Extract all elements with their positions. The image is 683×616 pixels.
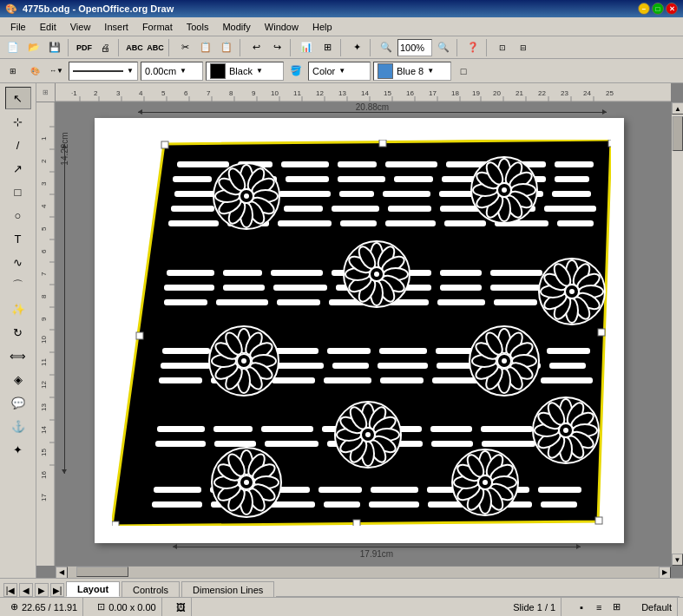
point-tool[interactable]: ⊹ xyxy=(5,110,31,133)
area-fill-dropdown[interactable]: Color ▼ xyxy=(308,62,371,81)
scroll-right-button[interactable]: ▶ xyxy=(659,567,671,579)
tab-last-button[interactable]: ▶| xyxy=(50,583,64,597)
menu-tools[interactable]: Tools xyxy=(180,20,216,34)
table-button[interactable]: ⊞ xyxy=(318,38,337,57)
svg-rect-93 xyxy=(173,176,212,182)
chart-button[interactable]: 📊 xyxy=(297,38,316,57)
zoom-in-button[interactable]: 🔍 xyxy=(434,38,453,57)
status-bar: ⊕ 22.65 / 11.91 ⊡ 0.00 x 0.00 🖼 Slide 1 … xyxy=(0,597,683,616)
menu-file[interactable]: File xyxy=(3,20,33,34)
svg-rect-95 xyxy=(286,176,329,182)
menu-modify[interactable]: Modify xyxy=(215,20,257,34)
close-button[interactable]: ✕ xyxy=(666,3,678,15)
rect-tool[interactable]: □ xyxy=(5,180,31,203)
tab-prev-button[interactable]: ◀ xyxy=(19,583,33,597)
h-scroll-track[interactable] xyxy=(68,567,659,578)
tab-first-button[interactable]: |◀ xyxy=(3,583,17,597)
undo-button[interactable]: ↩ xyxy=(246,38,266,57)
svg-text:·1: ·1 xyxy=(71,89,77,97)
svg-point-341 xyxy=(244,480,249,485)
menu-edit[interactable]: Edit xyxy=(33,20,63,34)
minimize-button[interactable]: − xyxy=(638,3,650,15)
area-color-dropdown[interactable]: Blue 8 ▼ xyxy=(373,62,451,81)
scroll-down-button[interactable]: ▼ xyxy=(672,554,683,566)
svg-rect-156 xyxy=(547,348,590,354)
zoom-page-button[interactable]: ⊡ xyxy=(493,38,512,57)
svg-text:7: 7 xyxy=(207,89,211,97)
svg-rect-178 xyxy=(430,426,472,432)
menu-view[interactable]: View xyxy=(63,20,98,34)
callout-tool[interactable]: 💬 xyxy=(5,391,31,414)
scroll-left-button[interactable]: ◀ xyxy=(56,567,68,579)
line-style-dropdown[interactable]: ▼ xyxy=(69,62,138,81)
spellcheck-button[interactable]: ABC xyxy=(125,38,144,57)
svg-rect-108 xyxy=(552,191,591,197)
scroll-track[interactable] xyxy=(672,116,683,151)
height-label: 14.22cm xyxy=(60,132,69,165)
paste-button[interactable]: 📋 xyxy=(217,38,236,57)
effects-tool[interactable]: ✨ xyxy=(5,298,31,320)
zoom-page2-button[interactable]: ⊟ xyxy=(514,38,533,57)
tab-layout[interactable]: Layout xyxy=(66,581,120,597)
arrow-tool[interactable]: ↗ xyxy=(5,157,31,180)
new-button[interactable]: 📄 xyxy=(3,38,23,57)
menu-help[interactable]: Help xyxy=(305,20,339,34)
tab-controls[interactable]: Controls xyxy=(121,581,180,597)
redo-button[interactable]: ↪ xyxy=(267,38,286,57)
print-button[interactable]: 🖨 xyxy=(95,38,115,57)
save-button[interactable]: 💾 xyxy=(45,38,64,57)
color-picker[interactable]: 🎨 xyxy=(25,62,44,81)
line-tool[interactable]: / xyxy=(5,134,31,156)
arrow-style[interactable]: ↔▼ xyxy=(47,62,66,81)
shadow-button[interactable]: □ xyxy=(454,62,473,81)
maximize-button[interactable]: □ xyxy=(652,3,664,15)
menu-format[interactable]: Format xyxy=(135,20,180,34)
open-button[interactable]: 📂 xyxy=(24,38,43,57)
svg-rect-120 xyxy=(340,220,377,226)
align-tool[interactable]: ⟺ xyxy=(5,344,31,367)
tab-next-button[interactable]: ▶ xyxy=(35,583,49,597)
cut-button[interactable]: ✂ xyxy=(175,38,194,57)
svg-point-236 xyxy=(502,187,507,193)
svg-text:22: 22 xyxy=(538,89,546,97)
stars-button[interactable]: ✦ xyxy=(347,38,366,57)
svg-text:13: 13 xyxy=(40,403,48,411)
view-slide-button[interactable]: ⊞ xyxy=(608,600,624,615)
scroll-up-button[interactable]: ▲ xyxy=(672,102,683,115)
svg-text:16: 16 xyxy=(406,89,414,97)
bottom-label: 17.91cm xyxy=(360,549,393,559)
copy-button[interactable]: 📋 xyxy=(196,38,215,57)
svg-rect-89 xyxy=(385,161,437,167)
connector-tool[interactable]: ⌒ xyxy=(5,274,31,297)
menu-insert[interactable]: Insert xyxy=(97,20,135,34)
separator5 xyxy=(290,39,293,56)
curve-tool[interactable]: ∿ xyxy=(5,251,31,273)
zoom-input[interactable] xyxy=(397,39,432,56)
line-color-dropdown[interactable]: Black ▼ xyxy=(206,62,284,81)
view-normal-button[interactable]: ▪ xyxy=(574,600,589,615)
scroll-thumb[interactable] xyxy=(673,116,683,151)
stars-tool[interactable]: ✦ xyxy=(5,438,31,461)
spellcheck2-button[interactable]: ABC xyxy=(146,38,165,57)
ellipse-tool[interactable]: ○ xyxy=(5,204,31,226)
export-pdf-button[interactable]: PDF xyxy=(75,38,94,57)
menu-window[interactable]: Window xyxy=(258,20,305,34)
anchor-tool[interactable]: ⚓ xyxy=(5,415,31,437)
h-scroll-thumb[interactable] xyxy=(76,567,128,577)
position-value: 22.65 / 11.91 xyxy=(22,602,77,613)
zoom-out-button[interactable]: 🔍 xyxy=(377,38,396,57)
panel-toggle[interactable]: ⊞ xyxy=(3,62,23,81)
rotate-tool[interactable]: ↻ xyxy=(5,321,31,344)
view-outline-button[interactable]: ≡ xyxy=(591,600,607,615)
width-label: 20.88cm xyxy=(356,102,389,112)
help-button[interactable]: ❓ xyxy=(463,38,483,57)
fill-icon[interactable]: 🪣 xyxy=(286,62,305,81)
text-tool[interactable]: T xyxy=(5,227,31,250)
svg-rect-167 xyxy=(272,377,315,383)
tab-dimension-lines[interactable]: Dimension Lines xyxy=(181,581,274,597)
area-fill-label: Color xyxy=(312,66,335,76)
forms-tool[interactable]: ◈ xyxy=(5,368,31,390)
svg-point-326 xyxy=(563,428,568,433)
line-width-dropdown[interactable]: 0.00cm ▼ xyxy=(141,62,203,81)
select-tool[interactable]: ↖ xyxy=(5,87,31,109)
